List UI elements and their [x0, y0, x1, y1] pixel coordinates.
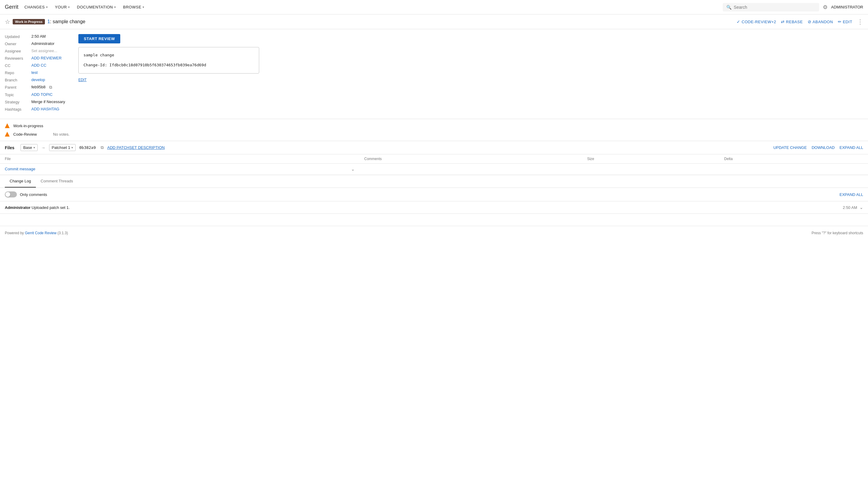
- commit-message-link[interactable]: Commit message: [5, 167, 35, 171]
- comments-column-header: Comments: [360, 154, 583, 164]
- add-topic-link[interactable]: ADD TOPIC: [31, 92, 52, 97]
- tab-comment-threads[interactable]: Comment Threads: [36, 175, 78, 188]
- expand-icon[interactable]: ⌄: [351, 167, 355, 172]
- repo-link[interactable]: test: [31, 70, 38, 75]
- meta-hashtags: Hashtags ADD HASHTAG: [5, 107, 71, 112]
- abandon-button[interactable]: ⊘ ABANDON: [808, 19, 833, 24]
- meta-repo: Repo test: [5, 70, 71, 75]
- change-title-text: sample change: [53, 19, 86, 24]
- meta-strategy: Strategy Merge if Necessary: [5, 100, 71, 104]
- description-box: sample change Change-Id: Ifdbcb0c18d0791…: [79, 47, 259, 73]
- size-column-header: Size: [582, 154, 719, 164]
- log-user: Administrator: [5, 205, 31, 210]
- meta-reviewers: Reviewers ADD REVIEWER: [5, 56, 71, 61]
- expand-all-files-button[interactable]: EXPAND ALL: [839, 145, 863, 150]
- commit-copy-icon[interactable]: ⧉: [101, 145, 104, 150]
- admin-label: ADMINISTRATOR: [831, 5, 863, 9]
- copy-icon[interactable]: ⧉: [49, 85, 52, 90]
- description-area: START REVIEW sample change Change-Id: If…: [79, 34, 863, 114]
- commit-message-line3: Change-Id: Ifdbcb0c18d07910b5f630374653f…: [84, 62, 254, 68]
- search-input[interactable]: [734, 5, 816, 10]
- add-hashtag-link[interactable]: ADD HASHTAG: [31, 107, 59, 111]
- nav-item-your[interactable]: YOUR ▾: [51, 0, 73, 14]
- chevron-down-icon: ▾: [142, 5, 144, 9]
- files-table: File Comments Size Delta Commit message …: [0, 154, 868, 175]
- star-icon[interactable]: ☆: [5, 18, 10, 25]
- only-comments-label: Only comments: [20, 192, 47, 197]
- search-box: 🔍: [723, 3, 819, 12]
- nav-item-documentation[interactable]: DOCUMENTATION ▾: [73, 0, 119, 14]
- rebase-icon: ⇄: [781, 19, 785, 24]
- meta-owner: Owner Administrator: [5, 41, 71, 46]
- meta-parent: Parent feb95b8 ⧉: [5, 85, 71, 90]
- commit-message-line1: sample change: [84, 52, 254, 58]
- change-number-link[interactable]: 1: [47, 19, 50, 24]
- log-expand-icon[interactable]: ⌄: [860, 205, 863, 210]
- chevron-down-icon: ▾: [33, 146, 35, 149]
- branch-link[interactable]: develop: [31, 78, 45, 82]
- meta-topic: Topic ADD TOPIC: [5, 92, 71, 97]
- file-comments: [360, 164, 583, 175]
- meta-cc: CC ADD CC: [5, 63, 71, 68]
- chevron-down-icon: ▾: [114, 5, 116, 9]
- edit-icon: ✏: [838, 19, 842, 24]
- log-entry: Administrator Uploaded patch set 1. 2:50…: [0, 201, 868, 214]
- abandon-icon: ⊘: [808, 19, 812, 24]
- wip-label-icon: [5, 123, 10, 128]
- change-log-tabs: Change Log Comment Threads: [0, 175, 868, 188]
- nav-item-browse[interactable]: BROWSE ▾: [119, 0, 148, 14]
- label-wip: Work-in-progress: [5, 121, 863, 130]
- code-review-button[interactable]: ✓ CODE-REVIEW+2: [736, 19, 776, 24]
- chevron-down-icon: ▾: [68, 5, 70, 9]
- change-title: 1: sample change: [47, 19, 85, 24]
- more-actions-button[interactable]: ⋮: [857, 18, 863, 25]
- toggle-knob: [5, 192, 10, 197]
- nav-menu: CHANGES ▾ YOUR ▾ DOCUMENTATION ▾ BROWSE …: [21, 0, 148, 14]
- search-icon: 🔍: [726, 5, 731, 10]
- log-time: 2:50 AM: [843, 205, 857, 210]
- add-reviewer-link[interactable]: ADD REVIEWER: [31, 56, 62, 60]
- gerrit-link[interactable]: Gerrit Code Review: [25, 231, 57, 235]
- files-title: Files: [5, 145, 15, 150]
- commit-hash: 0b382a9: [79, 145, 96, 150]
- only-comments-toggle[interactable]: [5, 191, 17, 198]
- patchset-selector[interactable]: Patchset 1 ▾: [49, 144, 76, 151]
- commit-message-spacer: [84, 58, 254, 62]
- label-code-review: Code-Review No votes.: [5, 130, 863, 138]
- file-column-header: File: [0, 154, 360, 164]
- rebase-button[interactable]: ⇄ REBASE: [781, 19, 803, 24]
- expand-all-log-button[interactable]: EXPAND ALL: [839, 192, 863, 197]
- chevron-down-icon: ▾: [71, 146, 73, 149]
- labels-section: Work-in-progress Code-Review No votes.: [0, 119, 868, 141]
- powered-by: Powered by Gerrit Code Review (3.1.3): [5, 231, 68, 235]
- files-section: Files Base ▾ → Patchset 1 ▾ 0b382a9 ⧉ AD…: [0, 141, 868, 175]
- table-row: Commit message ⌄: [0, 164, 868, 175]
- add-patchset-description-link[interactable]: ADD PATCHSET DESCRIPTION: [107, 145, 165, 150]
- delta-column-header: Delta: [719, 154, 868, 164]
- meta-updated: Updated 2:50 AM: [5, 34, 71, 39]
- main-content: Updated 2:50 AM Owner Administrator Assi…: [0, 29, 868, 119]
- description-edit-link[interactable]: EDIT: [79, 78, 87, 82]
- base-selector[interactable]: Base ▾: [20, 144, 38, 151]
- header-actions: ✓ CODE-REVIEW+2 ⇄ REBASE ⊘ ABANDON ✏ EDI…: [736, 18, 863, 25]
- arrow-right-icon: →: [41, 145, 46, 150]
- start-review-button[interactable]: START REVIEW: [79, 34, 120, 44]
- change-header: ☆ Work in Progress 1: sample change ✓ CO…: [0, 15, 868, 29]
- gear-icon[interactable]: ⚙: [823, 4, 828, 11]
- top-nav: Gerrit CHANGES ▾ YOUR ▾ DOCUMENTATION ▾ …: [0, 0, 868, 15]
- update-change-button[interactable]: UPDATE CHANGE: [774, 145, 807, 150]
- add-cc-link[interactable]: ADD CC: [31, 63, 47, 68]
- log-entry-text: Administrator Uploaded patch set 1.: [5, 205, 843, 210]
- meta-branch: Branch develop: [5, 78, 71, 82]
- only-comments-row: Only comments EXPAND ALL: [5, 191, 863, 198]
- check-icon: ✓: [736, 19, 741, 24]
- edit-button[interactable]: ✏ EDIT: [838, 19, 852, 24]
- nav-item-changes[interactable]: CHANGES ▾: [21, 0, 51, 14]
- comments-area: Only comments EXPAND ALL: [0, 188, 868, 201]
- keyboard-hint: Press "?" for keyboard shortcuts: [812, 231, 863, 235]
- brand-logo: Gerrit: [5, 4, 18, 10]
- meta-table: Updated 2:50 AM Owner Administrator Assi…: [5, 34, 71, 114]
- download-button[interactable]: DOWNLOAD: [812, 145, 835, 150]
- files-actions: UPDATE CHANGE DOWNLOAD EXPAND ALL: [774, 145, 863, 150]
- tab-change-log[interactable]: Change Log: [5, 175, 36, 188]
